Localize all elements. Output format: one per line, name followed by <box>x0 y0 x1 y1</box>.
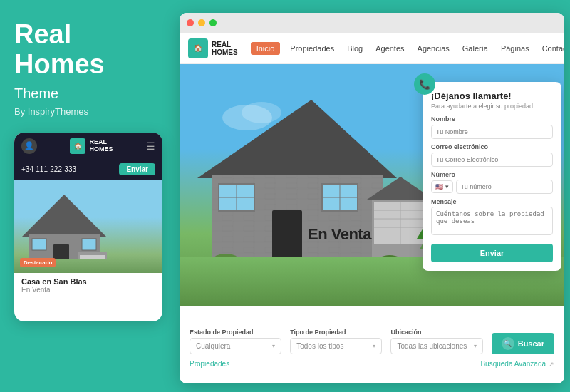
search-bottom-row: Propiedades Búsqueda Avanzada ↗ <box>190 360 554 368</box>
mobile-logo-area: 🏠 REAL HOMES <box>70 138 113 154</box>
svg-rect-6 <box>80 255 105 259</box>
chevron-down-icon: ▾ <box>272 343 275 349</box>
mobile-enviar-button[interactable]: Enviar <box>119 163 155 175</box>
mobile-hero-image: Destacado <box>14 180 162 273</box>
svg-marker-0 <box>21 195 107 237</box>
svg-point-31 <box>242 102 281 123</box>
svg-rect-3 <box>32 239 46 250</box>
correo-label: Correo electrónico <box>431 143 553 150</box>
mobile-phone: +34-111-222-333 <box>21 165 76 173</box>
app-title: Real Homes <box>14 20 162 80</box>
maximize-dot <box>209 19 217 26</box>
svg-rect-4 <box>82 239 96 250</box>
phone-input[interactable] <box>456 180 553 194</box>
desktop-hero: 📞 ¡Déjanos llamarte! Para ayudarte a ele… <box>180 64 564 306</box>
tipo-select[interactable]: Todos los tipos ▾ <box>290 338 382 354</box>
mobile-card-sub: En Venta <box>21 286 155 294</box>
arrow-icon: ↗ <box>549 361 554 368</box>
busqueda-avanzada-link[interactable]: Búsqueda Avanzada ↗ <box>480 360 554 368</box>
nav-logo: 🏠 REALHOMES <box>188 38 238 58</box>
nombre-input[interactable] <box>431 125 553 139</box>
propiedades-link[interactable]: Propiedades <box>190 360 229 368</box>
search-ubicacion-group: Ubicación Todas las ubicaciones ▾ <box>390 329 482 354</box>
chevron-down-icon: ▾ <box>373 343 375 349</box>
nav-item-agentes[interactable]: Agentes <box>373 43 407 54</box>
mobile-card-title: Casa en San Blas <box>21 277 155 286</box>
chevron-down-icon: ▾ <box>474 343 477 349</box>
hamburger-icon[interactable]: ☰ <box>146 140 155 152</box>
desktop-search-bar: Estado de Propiedad Cualquiera ▾ Tipo de… <box>180 321 564 383</box>
svg-rect-10 <box>272 210 302 264</box>
app-subtitle: Theme <box>14 86 162 102</box>
mensaje-label: Mensaje <box>431 198 553 205</box>
estado-select[interactable]: Cualquiera ▾ <box>190 338 281 354</box>
desktop-mockup: 🏠 REALHOMES Inicio Propiedades Blog Agen… <box>180 13 564 383</box>
mobile-house-svg <box>21 195 107 259</box>
mobile-phone-bar: +34-111-222-333 Enviar <box>14 160 162 180</box>
nav-item-paginas[interactable]: Páginas <box>498 43 532 54</box>
ubicacion-select[interactable]: Todas las ubicaciones ▾ <box>390 338 482 354</box>
correo-input[interactable] <box>431 153 553 167</box>
estado-label: Estado de Propiedad <box>190 329 281 336</box>
search-icon: 🔍 <box>502 337 514 350</box>
buscar-button[interactable]: 🔍 Buscar <box>492 333 554 354</box>
search-tipo-group: Tipo de Propiedad Todos los tipos ▾ <box>290 329 382 354</box>
app-by: By InspiryThemes <box>14 106 162 117</box>
nombre-label: Nombre <box>431 115 553 123</box>
nav-item-contacto[interactable]: Contacto <box>539 43 564 54</box>
nav-item-inicio[interactable]: Inicio <box>251 42 281 55</box>
search-row: Estado de Propiedad Cualquiera ▾ Tipo de… <box>190 329 554 354</box>
svg-rect-2 <box>53 244 69 259</box>
form-title: ¡Déjanos llamarte! <box>431 91 553 101</box>
mobile-card-info: Casa en San Blas En Venta <box>14 273 162 298</box>
nav-logo-icon: 🏠 <box>188 38 208 58</box>
mobile-badge: Destacado <box>20 258 56 267</box>
mensaje-textarea[interactable] <box>431 207 553 235</box>
phone-flag-row: 🇺🇸 ▾ <box>431 180 553 194</box>
mobile-logo-text: REAL HOMES <box>89 139 113 153</box>
desktop-title-bar <box>180 13 564 33</box>
search-estado-group: Estado de Propiedad Cualquiera ▾ <box>190 329 281 354</box>
nav-item-blog[interactable]: Blog <box>344 43 366 54</box>
en-venta-text: En Venta <box>308 225 371 244</box>
form-submit-button[interactable]: Enviar <box>431 244 553 262</box>
nav-item-agencias[interactable]: Agencias <box>415 43 452 54</box>
desktop-nav: 🏠 REALHOMES Inicio Propiedades Blog Agen… <box>180 33 564 64</box>
nav-logo-text: REALHOMES <box>212 41 238 56</box>
mobile-mockup: 👤 🏠 REAL HOMES ☰ +34-111-222-333 Enviar <box>14 133 162 321</box>
form-phone-icon: 📞 <box>414 73 435 95</box>
form-subtitle: Para ayudarte a elegir su propiedad <box>431 103 553 110</box>
contact-form: 📞 ¡Déjanos llamarte! Para ayudarte a ele… <box>423 82 561 271</box>
numero-label: Número <box>431 171 553 178</box>
left-panel: Real Homes Theme By InspiryThemes 👤 🏠 RE… <box>0 0 177 392</box>
tipo-label: Tipo de Propiedad <box>290 329 382 336</box>
mobile-logo-icon: 🏠 <box>70 138 86 154</box>
ubicacion-label: Ubicación <box>390 329 482 336</box>
mobile-top-bar: 👤 🏠 REAL HOMES ☰ <box>14 133 162 160</box>
nav-item-galeria[interactable]: Galería <box>460 43 491 54</box>
mobile-user-icon: 👤 <box>21 138 37 154</box>
minimize-dot <box>198 19 205 26</box>
close-dot <box>187 19 194 26</box>
country-flag[interactable]: 🇺🇸 ▾ <box>431 180 453 193</box>
nav-item-propiedades[interactable]: Propiedades <box>287 43 337 54</box>
